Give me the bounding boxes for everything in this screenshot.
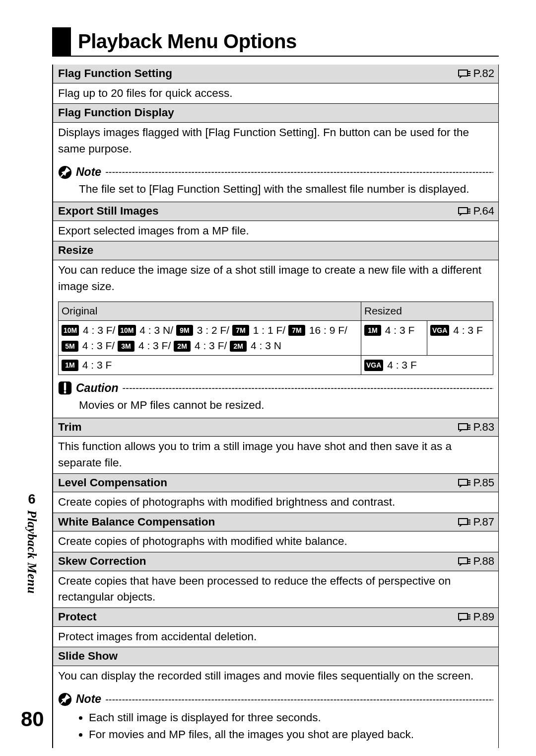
note-flag-display: Note -----------------------------------…	[53, 159, 499, 202]
note-body: The file set to [Flag Function Setting] …	[58, 180, 493, 198]
col-resized: Resized	[361, 302, 493, 320]
head-label: Trim	[58, 419, 82, 436]
note-body: Each still image is displayed for three …	[58, 708, 493, 743]
reference-icon	[458, 612, 471, 621]
cell-original: 1M 4 : 3 F	[59, 356, 361, 375]
head-label: Level Compensation	[58, 475, 167, 491]
page-number: 80	[21, 707, 44, 731]
note-bullet: Each still image is displayed for three …	[89, 710, 493, 726]
section-title-bar: Playback Menu Options	[52, 27, 499, 57]
chapter-number: 6	[22, 492, 42, 507]
note-label: Note	[76, 164, 101, 180]
title-marker	[52, 27, 71, 56]
note-dashes: ----------------------------------------…	[105, 692, 493, 707]
row-head-trim: Trim P.83	[53, 418, 499, 437]
row-head-protect: Protect P.89	[53, 607, 499, 627]
head-label: Export Still Images	[58, 203, 159, 220]
head-label: Slide Show	[58, 648, 118, 665]
caution-resize: Caution --------------------------------…	[53, 375, 499, 418]
page-ref: P.88	[458, 553, 494, 569]
table-row: 10M 4 : 3 F/ 10M 4 : 3 N/ 9M 3 : 2 F/ 7M…	[59, 320, 493, 355]
row-head-resize: Resize	[53, 241, 499, 260]
row-head-level: Level Compensation P.85	[53, 473, 499, 493]
side-tab: 6 Playback Menu	[22, 492, 42, 594]
reference-icon	[458, 207, 471, 216]
chapter-label: Playback Menu	[25, 510, 39, 594]
row-body-protect: Protect images from accidental deletion.	[53, 627, 499, 647]
head-label: Protect	[58, 609, 97, 625]
section-title: Playback Menu Options	[71, 27, 304, 56]
caution-body: Movies or MP files cannot be resized.	[58, 396, 493, 414]
caution-icon	[58, 381, 72, 395]
row-head-slide: Slide Show	[53, 647, 499, 666]
head-label: Skew Correction	[58, 553, 146, 570]
page-ref: P.64	[458, 203, 494, 219]
row-body-export: Export selected images from a MP file.	[53, 221, 499, 241]
page-ref: P.89	[458, 609, 494, 625]
svg-point-2	[64, 391, 67, 394]
row-body-skew: Create copies that have been processed t…	[53, 571, 499, 607]
note-slide: Note -----------------------------------…	[53, 686, 499, 748]
head-label: Flag Function Setting	[58, 66, 172, 82]
reference-icon	[458, 518, 471, 527]
row-body-level: Create copies of photographs with modifi…	[53, 492, 499, 513]
head-label: White Balance Compensation	[58, 514, 215, 530]
page-ref: P.87	[458, 514, 494, 530]
resize-table-wrap: Original Resized 10M 4 : 3 F/ 10M 4 : 3 …	[53, 297, 499, 375]
page-ref: P.82	[458, 66, 494, 81]
row-body-flag-display: Displays images flagged with [Flag Funct…	[53, 123, 499, 159]
table-row: Original Resized	[59, 302, 493, 320]
row-head-wb: White Balance Compensation P.87	[53, 513, 499, 532]
row-head-export: Export Still Images P.64	[53, 202, 499, 221]
note-bullet: For movies and MP files, all the images …	[89, 727, 493, 743]
reference-icon	[458, 557, 471, 566]
row-body-trim: This function allows you to trim a still…	[53, 437, 499, 473]
reference-icon	[458, 478, 471, 487]
pushpin-icon	[58, 165, 72, 179]
row-head-flag-display: Flag Function Display	[53, 103, 499, 123]
cell-original: 10M 4 : 3 F/ 10M 4 : 3 N/ 9M 3 : 2 F/ 7M…	[59, 320, 361, 355]
note-dashes: ----------------------------------------…	[105, 165, 493, 179]
cell-resized: VGA 4 : 3 F	[361, 356, 493, 375]
row-body-slide: You can display the recorded still image…	[53, 666, 499, 686]
page-ref: P.83	[458, 419, 494, 435]
caution-dashes: ----------------------------------------…	[123, 381, 493, 395]
pushpin-icon	[58, 692, 72, 706]
resize-table: Original Resized 10M 4 : 3 F/ 10M 4 : 3 …	[58, 302, 493, 375]
cell-resized: 1M 4 : 3 F	[361, 320, 427, 355]
col-original: Original	[59, 302, 361, 320]
content: Flag Function Setting P.82 Flag up to 20…	[52, 65, 499, 748]
page-ref: P.85	[458, 475, 494, 491]
row-body-flag-setting: Flag up to 20 files for quick access.	[53, 83, 499, 104]
row-head-flag-setting: Flag Function Setting P.82	[53, 65, 499, 83]
head-label: Resize	[58, 242, 93, 259]
row-body-resize: You can reduce the image size of a shot …	[53, 260, 499, 297]
reference-icon	[458, 69, 471, 78]
head-label: Flag Function Display	[58, 105, 174, 121]
reference-icon	[458, 423, 471, 432]
row-head-skew: Skew Correction P.88	[53, 552, 499, 571]
page: 6 Playback Menu Playback Menu Options Fl…	[0, 0, 536, 756]
caution-label: Caution	[76, 380, 119, 396]
cell-resized: VGA 4 : 3 F	[427, 320, 493, 355]
note-label: Note	[76, 691, 101, 707]
row-body-wb: Create copies of photographs with modifi…	[53, 531, 499, 552]
table-row: 1M 4 : 3 F VGA 4 : 3 F	[59, 356, 493, 375]
